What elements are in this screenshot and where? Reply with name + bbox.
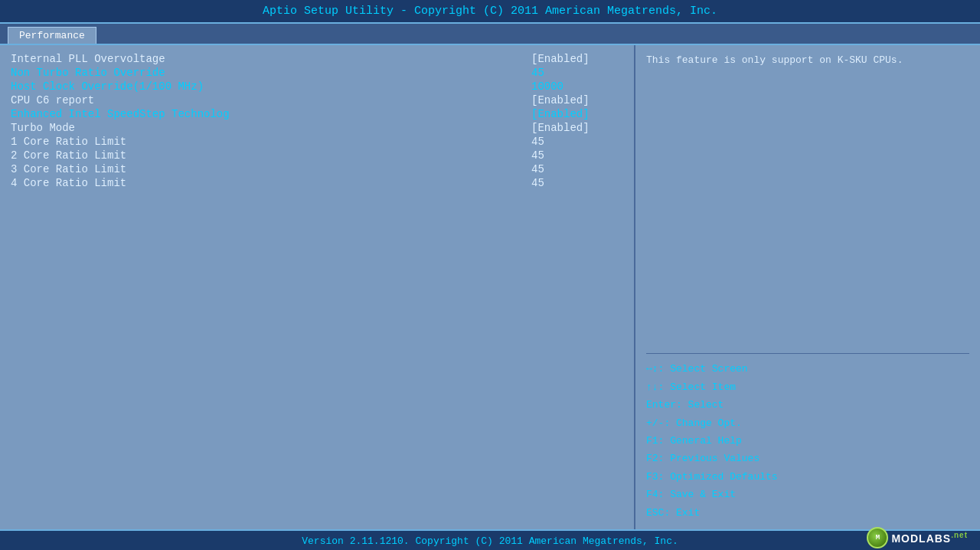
help-text: This feature is only support on K-SKU CP… bbox=[646, 53, 969, 69]
key-help-line-4: F1: General Help bbox=[646, 432, 969, 450]
bios-value-2: 10000 bbox=[531, 80, 623, 93]
bios-label-1: Non Turbo Ratio Override bbox=[11, 67, 165, 79]
bios-footer: Version 2.11.1210. Copyright (C) 2011 Am… bbox=[0, 529, 980, 550]
bios-row-9[interactable]: 4 Core Ratio Limit45 bbox=[11, 177, 623, 189]
bios-value-1: 45 bbox=[531, 67, 623, 79]
logo-icon: M bbox=[867, 527, 888, 548]
modlabs-logo: M MODLABS.net bbox=[867, 527, 968, 548]
footer-text: Version 2.11.1210. Copyright (C) 2011 Am… bbox=[302, 535, 678, 547]
bios-header: Aptio Setup Utility - Copyright (C) 2011… bbox=[0, 0, 980, 24]
bios-value-7: 45 bbox=[531, 149, 623, 162]
key-help: ↔↕: Select Screen↑↓: Select ItemEnter: S… bbox=[646, 360, 969, 522]
tab-row: Performance bbox=[0, 24, 980, 45]
bios-value-5: [Enabled] bbox=[531, 122, 623, 134]
logo-suffix: .net bbox=[951, 531, 968, 539]
main-area: Internal PLL Overvoltage[Enabled]Non Tur… bbox=[0, 45, 980, 529]
bios-label-4: Enhanced Intel SpeedStep Technolog bbox=[11, 108, 230, 120]
bios-value-8: 45 bbox=[531, 163, 623, 175]
header-title: Aptio Setup Utility - Copyright (C) 2011… bbox=[263, 5, 717, 18]
bios-row-5[interactable]: Turbo Mode[Enabled] bbox=[11, 122, 623, 134]
bios-value-6: 45 bbox=[531, 136, 623, 148]
key-help-line-6: F3: Optimized Defaults bbox=[646, 468, 969, 486]
bios-row-2[interactable]: Host Clock Override(1/100 MHz)10000 bbox=[11, 80, 623, 93]
bios-label-9: 4 Core Ratio Limit bbox=[11, 177, 126, 189]
logo-text: MODLABS.net bbox=[891, 531, 968, 545]
divider bbox=[646, 353, 969, 354]
bios-value-4: [Enabled] bbox=[531, 108, 623, 120]
bios-row-7[interactable]: 2 Core Ratio Limit45 bbox=[11, 149, 623, 162]
key-help-line-3: +/-: Change Opt. bbox=[646, 414, 969, 432]
bios-value-0: [Enabled] bbox=[531, 53, 623, 65]
key-help-line-5: F2: Previous Values bbox=[646, 450, 969, 467]
bios-label-3: CPU C6 report bbox=[11, 94, 94, 106]
bios-value-9: 45 bbox=[531, 177, 623, 189]
key-help-line-1: ↑↓: Select Item bbox=[646, 378, 969, 396]
right-panel: This feature is only support on K-SKU CP… bbox=[635, 45, 980, 529]
bios-label-7: 2 Core Ratio Limit bbox=[11, 149, 126, 162]
bios-row-6[interactable]: 1 Core Ratio Limit45 bbox=[11, 136, 623, 148]
bios-row-3[interactable]: CPU C6 report[Enabled] bbox=[11, 94, 623, 106]
bios-label-2: Host Clock Override(1/100 MHz) bbox=[11, 80, 204, 93]
bios-label-0: Internal PLL Overvoltage bbox=[11, 53, 165, 65]
bios-label-8: 3 Core Ratio Limit bbox=[11, 163, 126, 175]
left-panel: Internal PLL Overvoltage[Enabled]Non Tur… bbox=[0, 45, 635, 529]
bios-row-1[interactable]: Non Turbo Ratio Override45 bbox=[11, 67, 623, 79]
bios-row-8[interactable]: 3 Core Ratio Limit45 bbox=[11, 163, 623, 175]
bios-row-4[interactable]: Enhanced Intel SpeedStep Technolog[Enabl… bbox=[11, 108, 623, 120]
bios-label-6: 1 Core Ratio Limit bbox=[11, 136, 126, 148]
key-help-line-0: ↔↕: Select Screen bbox=[646, 360, 969, 378]
bios-row-0[interactable]: Internal PLL Overvoltage[Enabled] bbox=[11, 53, 623, 65]
key-help-line-2: Enter: Select bbox=[646, 396, 969, 414]
bios-value-3: [Enabled] bbox=[531, 94, 623, 106]
key-help-line-8: ESC: Exit bbox=[646, 504, 969, 522]
bios-label-5: Turbo Mode bbox=[11, 122, 75, 134]
key-help-line-7: F4: Save & Exit bbox=[646, 486, 969, 503]
tab-performance[interactable]: Performance bbox=[8, 27, 96, 44]
